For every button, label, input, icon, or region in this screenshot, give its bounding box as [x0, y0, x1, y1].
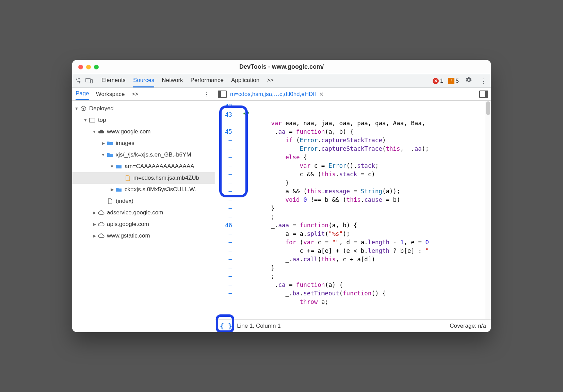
file-icon: [106, 198, 114, 204]
tree-expand-icon[interactable]: ▼: [101, 152, 106, 157]
tree-item-label: apis.google.com: [107, 221, 149, 228]
gutter-line[interactable]: [215, 119, 232, 128]
inspect-icon[interactable]: [75, 77, 83, 85]
gutter-line[interactable]: –: [215, 170, 232, 179]
sidebar-more-icon[interactable]: ⋮: [202, 90, 211, 98]
gutter-line[interactable]: –: [215, 281, 232, 289]
scrollbar[interactable]: [485, 101, 491, 319]
tree-expand-icon[interactable]: ▶: [110, 187, 114, 192]
tree-item[interactable]: ▶apis.google.com: [72, 218, 215, 230]
tree-item[interactable]: ▼xjs/_/js/k=xjs.s.en_GB.-b6YM: [72, 149, 215, 161]
tree-item[interactable]: ▶images: [72, 137, 215, 149]
tree-expand-icon[interactable]: ▼: [110, 164, 114, 169]
device-toggle-icon[interactable]: [85, 77, 93, 85]
gutter-line[interactable]: –: [215, 255, 232, 264]
cube-icon: [80, 105, 87, 112]
window-maximize-button[interactable]: [94, 65, 99, 69]
gutter-line[interactable]: –: [215, 230, 232, 238]
cursor-position: Line 1, Column 1: [237, 323, 281, 329]
gutter-line[interactable]: –: [215, 289, 232, 298]
tree-item[interactable]: ▶www.gstatic.com: [72, 230, 215, 242]
tree-item[interactable]: ▶(index): [72, 195, 215, 207]
tree-expand-icon[interactable]: ▶: [92, 210, 97, 215]
tab-network[interactable]: Network: [162, 74, 183, 87]
tab-elements[interactable]: Elements: [101, 74, 126, 87]
toggle-navigator-icon[interactable]: [218, 91, 227, 98]
sidebar-tab-workspace[interactable]: Workspace: [96, 89, 125, 100]
code-line: ;: [242, 272, 485, 281]
gutter-line[interactable]: –: [215, 196, 232, 204]
gutter-line[interactable]: –: [215, 272, 232, 281]
more-icon[interactable]: ⋮: [479, 77, 488, 85]
tree-item[interactable]: ▼Deployed: [72, 103, 215, 114]
gutter-line[interactable]: 46: [215, 221, 232, 230]
tree-expand-icon[interactable]: ▶: [101, 141, 106, 146]
tree-expand-icon[interactable]: ▶: [92, 222, 97, 227]
gutter-line[interactable]: 42: [215, 102, 232, 111]
settings-icon[interactable]: [464, 76, 474, 85]
code-line: _.aa = function(a, b) {: [242, 128, 485, 136]
main-toolbar: Elements Sources Network Performance App…: [72, 74, 491, 88]
gutter-line[interactable]: –: [215, 247, 232, 255]
tree-expand-icon[interactable]: ▼: [83, 118, 88, 122]
toggle-debugger-icon[interactable]: [479, 91, 488, 98]
gutter-line[interactable]: –: [215, 213, 232, 221]
tabs-overflow[interactable]: >>: [267, 74, 274, 87]
code-line: _.ba.setTimeout(function() {: [242, 289, 485, 298]
tree-item[interactable]: ▶adservice.google.com: [72, 207, 215, 218]
code-line: */: [242, 111, 485, 119]
window-title: DevTools - www.google.com/: [239, 63, 324, 70]
gutter-line[interactable]: –: [215, 187, 232, 196]
tree-expand-icon[interactable]: ▼: [92, 129, 97, 134]
close-tab-icon[interactable]: ✕: [319, 91, 324, 97]
gutter-line[interactable]: –: [215, 204, 232, 213]
tree-item[interactable]: ▶ck=xjs.s.0Mx5ys3sCUI.L.W.: [72, 184, 215, 195]
tab-performance[interactable]: Performance: [191, 74, 224, 87]
code-line: throw a;: [242, 298, 485, 306]
line-gutter[interactable]: 424345––––––––––46––––––––: [215, 101, 242, 319]
code-line: else {: [242, 153, 485, 162]
tab-sources[interactable]: Sources: [133, 74, 154, 87]
code-line: }: [242, 179, 485, 187]
code-line: a && (this.message = String(a));: [242, 187, 485, 196]
tree-expand-icon[interactable]: ▶: [92, 233, 97, 238]
file-tab[interactable]: m=cdos,hsm,jsa,…c,dtl0hd,eHDfl ✕: [230, 91, 324, 98]
gutter-line[interactable]: –: [215, 264, 232, 272]
gutter-line[interactable]: 45: [215, 128, 232, 136]
tree-item-label: adservice.google.com: [107, 209, 163, 216]
tree-item[interactable]: ▼top: [72, 114, 215, 126]
pretty-print-icon[interactable]: { }: [220, 322, 232, 330]
sidebar-tab-page[interactable]: Page: [76, 88, 89, 100]
editor-pane: m=cdos,hsm,jsa,…c,dtl0hd,eHDfl ✕ 424345–…: [215, 88, 491, 332]
code-line: _.aaa = function(a, b) {: [242, 221, 485, 230]
gutter-line[interactable]: –: [215, 145, 232, 153]
svg-rect-1: [86, 79, 90, 82]
gutter-line[interactable]: –: [215, 136, 232, 145]
gutter-line[interactable]: –: [215, 179, 232, 187]
gutter-line[interactable]: 43: [215, 111, 232, 119]
tree-item[interactable]: ▼am=CAAAAAAAAAAAAAA: [72, 161, 215, 172]
tree-item-label: www.google.com: [107, 128, 151, 135]
tree-item-label: top: [98, 117, 106, 124]
code-line: var c = Error().stack;: [242, 162, 485, 170]
gutter-line[interactable]: –: [215, 153, 232, 162]
tab-application[interactable]: Application: [231, 74, 259, 87]
window-close-button[interactable]: [78, 65, 83, 69]
tree-item-label: m=cdos,hsm,jsa,mb4ZUb: [133, 175, 199, 181]
gutter-line[interactable]: –: [215, 238, 232, 247]
error-count[interactable]: ✕ 1: [433, 78, 443, 84]
code-line: _.ca = function(a) {: [242, 281, 485, 289]
sidebar-tabs-overflow[interactable]: >>: [131, 91, 138, 98]
window-minimize-button[interactable]: [86, 65, 91, 69]
code-line: void 0 !== b && (this.cause = b): [242, 196, 485, 204]
code-area[interactable]: */ var eaa, naa, jaa, oaa, paa, qaa, Aaa…: [242, 101, 485, 319]
warning-count[interactable]: ! 5: [448, 78, 459, 84]
code-line: Error.captureStackTrace(this, _.aa);: [242, 145, 485, 153]
tree-item[interactable]: ▼www.google.com: [72, 126, 215, 137]
tree-item[interactable]: ▶m=cdos,hsm,jsa,mb4ZUb: [72, 172, 215, 184]
file-tree: ▼Deployed▼top▼www.google.com▶images▼xjs/…: [72, 101, 215, 332]
tree-expand-icon[interactable]: ▼: [74, 106, 79, 111]
code-line: for (var c = "", d = a.length - 1, e = 0: [242, 238, 485, 247]
folder-icon: [106, 141, 114, 146]
gutter-line[interactable]: –: [215, 162, 232, 170]
